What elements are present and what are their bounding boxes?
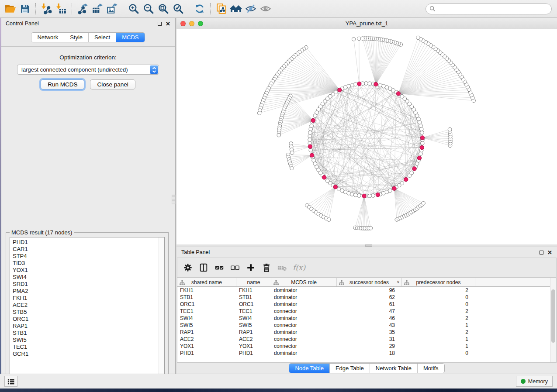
graph-node-dominator[interactable]: [417, 156, 421, 160]
table-cell[interactable]: SWI5: [236, 322, 271, 329]
horizontal-splitter[interactable]: [176, 244, 557, 247]
column-header-successor-nodes[interactable]: successor nodes∨: [337, 278, 402, 286]
table-cell[interactable]: SWI4: [177, 315, 236, 322]
create-column-button[interactable]: [244, 261, 258, 275]
graph-node-dominator[interactable]: [322, 175, 326, 179]
graph-node-dominator[interactable]: [420, 136, 424, 140]
graph-node[interactable]: [420, 131, 424, 135]
mcds-result-item[interactable]: SRD1: [13, 281, 156, 288]
table-cell[interactable]: 96: [337, 287, 402, 294]
graph-node-dominator[interactable]: [412, 167, 416, 171]
graph-node[interactable]: [290, 166, 294, 170]
mcds-result-item[interactable]: CAR1: [13, 246, 156, 253]
zoom-in-button[interactable]: [126, 2, 141, 16]
graph-node[interactable]: [327, 218, 331, 222]
graph-node[interactable]: [378, 83, 382, 87]
optimization-criterion-select[interactable]: largest connected component (undirected): [17, 65, 159, 75]
table-cell[interactable]: 46: [337, 315, 402, 322]
graph-node[interactable]: [350, 83, 354, 87]
search-input[interactable]: [438, 6, 548, 12]
graph-node[interactable]: [350, 193, 354, 196]
tab-edge-table[interactable]: Edge Table: [329, 364, 370, 373]
table-cell[interactable]: 1: [402, 322, 475, 329]
table-cell[interactable]: 2: [402, 315, 475, 322]
tab-motifs[interactable]: Motifs: [417, 364, 444, 373]
table-cell[interactable]: connector: [271, 336, 337, 343]
graph-node-dominator[interactable]: [374, 82, 378, 86]
scrollbar-thumb[interactable]: [551, 289, 555, 343]
table-cell[interactable]: ACE2: [177, 336, 236, 343]
graph-node[interactable]: [410, 171, 414, 175]
table-cell[interactable]: 43: [337, 322, 402, 329]
table-row[interactable]: PHD1PHD1dominator180: [177, 350, 556, 357]
zoom-selected-button[interactable]: [171, 2, 186, 16]
deselect-all-columns-button[interactable]: [228, 261, 242, 275]
table-cell[interactable]: 1: [402, 336, 475, 343]
graph-node[interactable]: [357, 194, 361, 198]
import-table-button[interactable]: [54, 2, 69, 16]
table-cell[interactable]: STB1: [177, 294, 236, 301]
export-network-button[interactable]: [75, 2, 90, 16]
graph-node[interactable]: [420, 141, 424, 145]
graph-node[interactable]: [308, 138, 312, 142]
graph-node[interactable]: [388, 189, 392, 193]
graph-node[interactable]: [347, 191, 351, 195]
show-column-panel-button[interactable]: [197, 261, 211, 275]
mcds-result-item[interactable]: ORC1: [13, 316, 156, 323]
table-cell[interactable]: 0: [402, 301, 475, 308]
table-row[interactable]: ACE2ACE2connector311: [177, 336, 556, 343]
table-cell[interactable]: RAP1: [236, 329, 271, 336]
table-cell[interactable]: 29: [337, 343, 402, 350]
graph-node-dominator[interactable]: [311, 118, 315, 122]
mcds-result-item[interactable]: STB1: [13, 330, 156, 337]
mcds-result-item[interactable]: ACE2: [13, 302, 156, 309]
graph-node[interactable]: [368, 82, 372, 86]
hide-selected-button[interactable]: [243, 2, 258, 16]
table-cell[interactable]: connector: [271, 308, 337, 315]
table-cell[interactable]: ORC1: [177, 301, 236, 308]
graph-node[interactable]: [357, 37, 361, 41]
table-cell[interactable]: 1: [402, 343, 475, 350]
mcds-result-item[interactable]: SWI4: [13, 274, 156, 281]
table-cell[interactable]: dominator: [271, 329, 337, 336]
table-cell[interactable]: ACE2: [236, 336, 271, 343]
search-box[interactable]: [426, 3, 552, 14]
column-header-MCDS-role[interactable]: MCDS role: [271, 278, 337, 286]
graph-node[interactable]: [369, 226, 373, 230]
splitter-handle[interactable]: [172, 195, 176, 204]
mcds-result-list[interactable]: PHD1CAR1STP4TID3YOX1SWI4SRD1PMA2FKH1ACE2…: [10, 237, 159, 390]
table-cell[interactable]: 2: [402, 287, 475, 294]
graph-node[interactable]: [368, 194, 372, 198]
graph-node[interactable]: [309, 148, 313, 152]
table-cell[interactable]: 31: [337, 336, 402, 343]
network-graph[interactable]: [176, 29, 557, 244]
graph-node-dominator[interactable]: [333, 185, 337, 189]
export-image-button[interactable]: [105, 2, 120, 16]
table-row[interactable]: TEC1TEC1connector472: [177, 308, 556, 315]
table-cell[interactable]: TEC1: [177, 308, 236, 315]
table-cell[interactable]: SWI5: [177, 322, 236, 329]
table-row[interactable]: FKH1FKH1dominator962: [177, 287, 556, 294]
table-cell[interactable]: YOX1: [177, 343, 236, 350]
table-cell[interactable]: dominator: [271, 315, 337, 322]
table-cell[interactable]: 0: [402, 350, 475, 357]
table-cell[interactable]: RAP1: [177, 329, 236, 336]
table-cell[interactable]: 47: [337, 308, 402, 315]
graph-node-dominator[interactable]: [362, 194, 366, 198]
graph-node-dominator[interactable]: [310, 153, 314, 157]
table-scrollbar[interactable]: [550, 278, 556, 362]
graph-node[interactable]: [419, 124, 423, 128]
clone-network-button[interactable]: [214, 2, 228, 16]
graph-node-dominator[interactable]: [392, 186, 396, 190]
graph-node[interactable]: [416, 36, 420, 40]
graph-node[interactable]: [308, 134, 312, 138]
graph-node-dominator[interactable]: [404, 178, 408, 182]
table-cell[interactable]: 18: [337, 350, 402, 357]
node-table[interactable]: shared namenameMCDS rolesuccessor nodes∨…: [177, 278, 557, 363]
graph-node[interactable]: [352, 37, 356, 41]
graph-node[interactable]: [354, 83, 358, 86]
graph-node[interactable]: [400, 94, 404, 98]
table-cell[interactable]: 61: [337, 301, 402, 308]
mcds-result-item[interactable]: STP4: [13, 253, 156, 260]
table-cell[interactable]: dominator: [271, 301, 337, 308]
